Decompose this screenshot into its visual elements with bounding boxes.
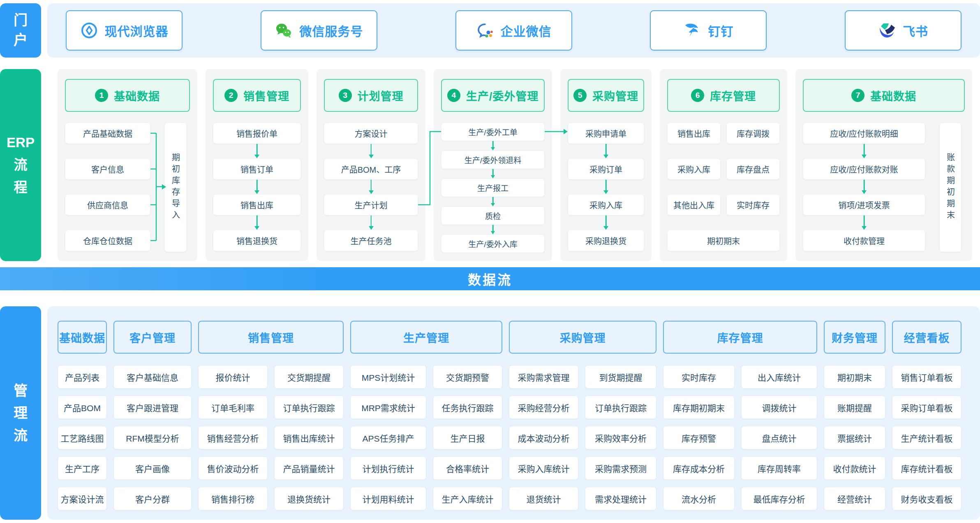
management-item[interactable]: 销售订单看板 [892,365,962,389]
erp-item[interactable]: 采购申请单 [568,123,644,144]
management-header-2[interactable]: 客户管理 [113,321,192,354]
management-item[interactable]: 报价统计 [198,365,268,389]
management-item[interactable]: 票据统计 [824,426,885,449]
erp-item[interactable]: 质检 [441,206,545,225]
erp-item[interactable]: 销售报价单 [213,123,301,144]
management-item[interactable]: 采购效率分析 [585,426,656,449]
management-item[interactable]: 库存成本分析 [663,456,735,480]
erp-item[interactable]: 方案设计 [324,123,418,144]
management-item[interactable]: MRP需求统计 [350,396,426,419]
portal-card-wecom[interactable]: 企业微信 [455,10,572,51]
management-item[interactable]: 生产工序 [58,456,107,480]
management-item[interactable]: 采购需求管理 [509,365,578,389]
management-header-5[interactable]: 采购管理 [509,321,656,354]
erp-item[interactable]: 收付款管理 [803,230,925,251]
management-item[interactable]: 订单执行跟踪 [274,396,344,419]
management-item[interactable]: 客户画像 [113,456,192,480]
management-item[interactable]: 库存预警 [663,426,735,449]
erp-item[interactable]: 销项/进项发票 [803,194,925,215]
management-item[interactable]: 销售出库统计 [274,426,344,449]
erp-item[interactable]: 生产/委外工单 [441,123,545,141]
management-item[interactable]: 产品BOM [58,396,107,419]
management-item[interactable]: 库存周转率 [741,456,817,480]
erp-item[interactable]: 销售订单 [213,158,301,180]
management-item[interactable]: 产品销量统计 [274,456,344,480]
erp-item[interactable]: 其他出入库 [667,194,721,215]
portal-card-compass[interactable]: 现代浏览器 [66,10,183,51]
erp-item[interactable]: 生产/委外领退料 [441,150,545,169]
management-item[interactable]: 生产入库统计 [433,487,502,510]
erp-side-vertical-box[interactable]: 账款期初期末 [939,123,962,252]
management-item[interactable]: 销售经营分析 [198,426,268,449]
erp-item[interactable]: 客户信息 [65,158,150,180]
erp-item[interactable]: 库存盘点 [726,158,780,180]
management-item[interactable]: 采购经营分析 [509,396,578,419]
management-item[interactable]: 流水分析 [663,487,735,510]
erp-item[interactable]: 销售退换货 [213,230,301,251]
management-item[interactable]: 收付款统计 [824,456,885,480]
management-item[interactable]: 财务收支看板 [892,487,962,510]
erp-item[interactable]: 应收/应付账款明细 [803,123,925,144]
erp-item[interactable]: 采购订单 [568,158,644,180]
management-item[interactable]: APS任务排产 [350,426,426,449]
management-item[interactable]: 客户跟进管理 [113,396,192,419]
management-item[interactable]: 交货期提醒 [274,365,344,389]
management-item[interactable]: 盘点统计 [741,426,817,449]
management-item[interactable]: 调拨统计 [741,396,817,419]
erp-item[interactable]: 产品BOM、工序 [324,158,418,180]
management-item[interactable]: 出入库统计 [741,365,817,389]
management-header-4[interactable]: 生产管理 [350,321,502,354]
management-item[interactable]: 采购需求预测 [585,456,656,480]
erp-item[interactable]: 生产报工 [441,178,545,197]
erp-item[interactable]: 销售出库 [667,123,721,144]
portal-card-dingtalk[interactable]: 钉钉 [650,10,767,51]
erp-item[interactable]: 仓库仓位数据 [65,230,150,251]
erp-item[interactable]: 生产任务池 [324,230,418,251]
management-item[interactable]: 到货期提醒 [585,365,656,389]
portal-card-feishu[interactable]: 飞书 [845,10,962,51]
management-item[interactable]: 采购入库统计 [509,456,578,480]
management-item[interactable]: 退货统计 [509,487,578,510]
erp-side-vertical-box[interactable]: 期初库存导入 [164,123,187,252]
management-item[interactable]: 工艺路线图 [58,426,107,449]
erp-item[interactable]: 应收/应付账款对账 [803,158,925,180]
management-item[interactable]: RFM模型分析 [113,426,192,449]
erp-item[interactable]: 供应商信息 [65,194,150,215]
management-item[interactable]: 销售排行榜 [198,487,268,510]
management-item[interactable]: 生产日报 [433,426,502,449]
erp-item[interactable]: 销售出库 [213,194,301,215]
management-item[interactable]: 最低库存分析 [741,487,817,510]
management-item[interactable]: 合格率统计 [433,456,502,480]
management-item[interactable]: 退换货统计 [274,487,344,510]
erp-item[interactable]: 采购退换货 [568,230,644,251]
erp-item[interactable]: 实时库存 [726,194,780,215]
management-header-1[interactable]: 基础数据 [58,321,107,354]
management-item[interactable]: 客户基础信息 [113,365,192,389]
management-item[interactable]: 订单执行跟踪 [585,396,656,419]
management-item[interactable]: 生产统计看板 [892,426,962,449]
management-item[interactable]: 采购订单看板 [892,396,962,419]
management-item[interactable]: 产品列表 [58,365,107,389]
management-item[interactable]: 经营统计 [824,487,885,510]
management-item[interactable]: 订单毛利率 [198,396,268,419]
management-item[interactable]: MPS计划统计 [350,365,426,389]
management-item[interactable]: 成本波动分析 [509,426,578,449]
management-item[interactable]: 方案设计流 [58,487,107,510]
erp-item[interactable]: 采购入库 [667,158,721,180]
management-header-6[interactable]: 库存管理 [663,321,817,354]
management-item[interactable]: 需求处理统计 [585,487,656,510]
management-header-7[interactable]: 财务管理 [824,321,885,354]
management-item[interactable]: 计划执行统计 [350,456,426,480]
portal-card-wechat[interactable]: 微信服务号 [261,10,377,51]
erp-item[interactable]: 生产/委外入库 [441,234,545,253]
management-item[interactable]: 库存期初期末 [663,396,735,419]
management-header-8[interactable]: 经营看板 [892,321,962,354]
management-item[interactable]: 库存统计看板 [892,456,962,480]
management-item[interactable]: 计划用料统计 [350,487,426,510]
management-item[interactable]: 任务执行跟踪 [433,396,502,419]
erp-item[interactable]: 生产计划 [324,194,418,215]
management-header-3[interactable]: 销售管理 [198,321,344,354]
erp-item[interactable]: 库存调拨 [726,123,780,144]
management-item[interactable]: 售价波动分析 [198,456,268,480]
management-item[interactable]: 账期提醒 [824,396,885,419]
